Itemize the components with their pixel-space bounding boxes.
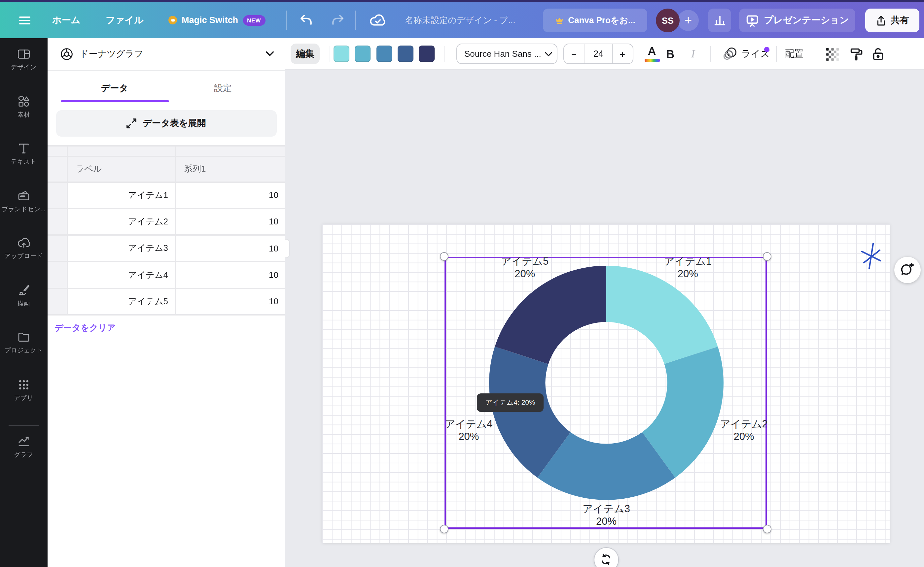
color-swatch-5[interactable] xyxy=(419,45,434,62)
table-row: アイテム510 xyxy=(47,289,285,315)
donut-slice-1[interactable] xyxy=(606,266,718,364)
cloud-save-status[interactable] xyxy=(369,2,386,38)
color-swatch-3[interactable] xyxy=(376,45,392,62)
row-handle[interactable] xyxy=(47,183,68,209)
panel-collapse-handle[interactable] xyxy=(285,239,290,258)
circles-icon xyxy=(721,46,738,62)
row-handle[interactable] xyxy=(47,289,68,315)
insights-button[interactable] xyxy=(708,9,731,32)
toolbar-divider xyxy=(776,46,777,62)
tab-settings[interactable]: 設定 xyxy=(169,70,277,102)
cell-value[interactable]: 10 xyxy=(176,236,285,262)
column-header-label[interactable]: ラベル xyxy=(68,157,176,183)
transparency-icon xyxy=(825,46,840,62)
table-row: アイテム310 xyxy=(47,236,285,262)
position-button[interactable]: 配置 xyxy=(785,38,804,70)
lock-open-icon xyxy=(871,46,885,62)
sidebar-item-design[interactable]: デザイン xyxy=(0,38,47,86)
donut-chart[interactable]: アイテム120%アイテム220%アイテム320%アイテム420%アイテム520% xyxy=(434,211,778,555)
chevron-down-icon[interactable] xyxy=(265,51,274,57)
nav-file[interactable]: ファイル xyxy=(106,2,144,38)
cell-value[interactable]: 10 xyxy=(176,209,285,236)
apps-icon xyxy=(17,378,30,391)
selection-handle-top-left[interactable] xyxy=(440,252,448,261)
slice-label: アイテム520% xyxy=(500,255,548,279)
cloud-check-icon xyxy=(369,13,386,27)
crown-icon xyxy=(168,16,177,24)
copy-style-button[interactable] xyxy=(849,38,864,70)
font-size-stepper: − 24 + xyxy=(563,44,633,64)
lock-button[interactable] xyxy=(871,38,885,70)
color-swatch-2[interactable] xyxy=(355,45,371,62)
cell-label[interactable]: アイテム5 xyxy=(68,289,176,315)
font-size-value[interactable]: 24 xyxy=(585,44,613,63)
expand-data-table-button[interactable]: データ表を展開 xyxy=(56,110,276,136)
undo-icon xyxy=(299,14,313,26)
cell-label[interactable]: アイテム1 xyxy=(68,183,176,209)
toolbar-divider xyxy=(444,46,445,62)
cell-label[interactable]: アイテム2 xyxy=(68,209,176,236)
present-button[interactable]: プレゼンテーション xyxy=(739,9,855,32)
sidebar-item-elements[interactable]: 素材 xyxy=(0,86,47,133)
sidebar-item-draw[interactable]: 描画 xyxy=(0,274,47,321)
app-sidebar: デザイン素材テキストブランドセン...アップロード描画プロジェクトアプリグラフ xyxy=(0,38,47,567)
row-handle[interactable] xyxy=(47,209,68,236)
toolbar-divider xyxy=(710,46,710,62)
add-member-button[interactable]: + xyxy=(678,10,699,31)
cell-label[interactable]: アイテム3 xyxy=(68,236,176,262)
font-select[interactable]: Source Han Sans ... xyxy=(457,44,557,64)
rainbow-bar xyxy=(644,59,660,62)
selection-handle-bottom-left[interactable] xyxy=(440,524,448,533)
cell-label[interactable]: アイテム4 xyxy=(68,262,176,289)
bold-button[interactable]: B xyxy=(666,38,675,70)
canva-app: ホーム ファイル Magic Switch NEW xyxy=(0,0,924,567)
table-header-row: ラベル系列1 xyxy=(47,157,285,183)
main-menu-button[interactable] xyxy=(19,2,30,38)
italic-button[interactable]: I xyxy=(691,38,695,70)
sidebar-item-brand[interactable]: ブランドセン... xyxy=(0,180,47,227)
rotate-icon xyxy=(600,553,612,566)
donut-slice-5[interactable] xyxy=(494,266,606,364)
sidebar-item-text[interactable]: テキスト xyxy=(0,133,47,180)
transparency-button[interactable] xyxy=(825,38,840,70)
text-color-button[interactable]: A xyxy=(644,45,660,63)
chevron-down-icon xyxy=(545,51,552,56)
elements-icon xyxy=(17,95,30,108)
edit-button[interactable]: 編集 xyxy=(291,44,320,64)
selection-handle-top-right[interactable] xyxy=(763,252,771,261)
redo-button[interactable] xyxy=(331,2,345,38)
effects-button[interactable]: ライズ xyxy=(721,38,770,70)
tab-data[interactable]: データ xyxy=(60,70,169,102)
column-header-series[interactable]: 系列1 xyxy=(176,157,285,183)
magic-switch-button[interactable]: Magic Switch NEW xyxy=(168,2,265,38)
table-row-spacer xyxy=(47,147,285,157)
document-title[interactable]: 名称未設定のデザイン - プ... xyxy=(405,2,515,38)
color-swatch-1[interactable] xyxy=(334,45,349,62)
design-canvas[interactable]: アイテム120%アイテム220%アイテム320%アイテム420%アイテム520%… xyxy=(285,70,924,567)
undo-button[interactable] xyxy=(299,2,313,38)
font-size-increase[interactable]: + xyxy=(613,44,633,63)
row-handle[interactable] xyxy=(47,262,68,289)
clear-data-link[interactable]: データをクリア xyxy=(54,322,116,334)
topbar-divider xyxy=(286,10,287,30)
nav-home[interactable]: ホーム xyxy=(52,2,80,38)
avatar[interactable]: SS xyxy=(656,9,680,32)
cell-value[interactable]: 10 xyxy=(176,289,285,315)
sidebar-item-projects[interactable]: プロジェクト xyxy=(0,321,47,369)
sidebar-item-uploads[interactable]: アップロード xyxy=(0,227,47,274)
presentation-icon xyxy=(745,14,759,27)
cell-value[interactable]: 10 xyxy=(176,183,285,209)
color-swatch-4[interactable] xyxy=(398,45,413,62)
row-handle[interactable] xyxy=(47,236,68,262)
canva-pro-button[interactable]: Canva Proをお... xyxy=(543,9,647,32)
add-comment-button[interactable] xyxy=(894,256,920,283)
selection-handle-bottom-right[interactable] xyxy=(763,524,771,533)
sidebar-item-charts[interactable]: グラフ xyxy=(0,426,47,473)
sidebar-item-apps[interactable]: アプリ xyxy=(0,369,47,416)
panel-header: ドーナツグラフ xyxy=(47,38,285,70)
cell-value[interactable]: 10 xyxy=(176,262,285,289)
brand-icon xyxy=(17,189,30,202)
share-button[interactable]: 共有 xyxy=(865,9,919,32)
crown-icon xyxy=(555,16,564,24)
font-size-decrease[interactable]: − xyxy=(564,44,585,63)
